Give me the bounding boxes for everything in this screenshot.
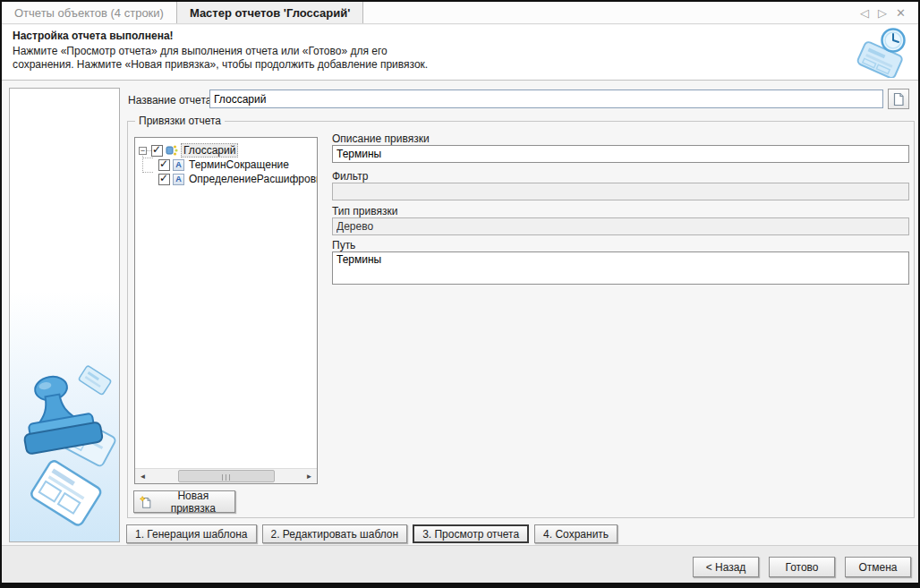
step-edit-template-button[interactable]: 2. Редактировать шаблон [262,524,408,543]
open-report-button[interactable] [888,89,909,109]
header-title: Настройка отчета выполнена! [13,30,918,42]
back-button[interactable]: < Назад [693,557,759,577]
step-save-button[interactable]: 4. Сохранить [534,524,618,543]
child-checkbox[interactable]: ✓ [158,174,170,185]
root-checkbox[interactable]: ✓ [151,145,163,157]
bindings-tree: − ✓ Глоссарий ✓ [134,137,318,484]
report-clock-icon [856,26,911,78]
scrollbar-thumb-grip [222,474,232,481]
check-icon: ✓ [159,172,168,184]
step-preview-report-button[interactable]: 3. Просмотр отчета [413,524,529,543]
tree-row-child[interactable]: ✓ A ОпределениеРасшифровк [158,172,318,186]
scroll-left-icon[interactable]: ◄ [135,469,150,483]
stamp-documents-illustration [10,348,119,538]
description-input[interactable] [332,145,909,163]
tab-scroll-left-icon[interactable]: ◁ [860,6,869,20]
report-name-input[interactable] [209,89,883,108]
new-document-icon [140,495,152,509]
tab-close-icon[interactable]: ✕ [896,6,906,20]
tree-row-root[interactable]: − ✓ Глоссарий [139,143,238,158]
new-binding-label: Новая привязка [158,490,229,515]
path-label: Путь [332,239,355,251]
tab-scroll-right-icon[interactable]: ▷ [878,6,887,20]
cancel-button[interactable]: Отмена [845,557,911,577]
collapse-expander-icon[interactable]: − [139,147,147,155]
header-instruction-line1: Нажмите «Просмотр отчета» для выполнения… [13,45,918,58]
tree-node-label[interactable]: ТерминСокращение [187,158,291,171]
tab-nav: ◁ ▷ ✕ [848,2,918,23]
wizard-sidebar [9,88,120,542]
tree-row-child[interactable]: ✓ A ТерминСокращение [158,158,291,172]
report-name-label: Название отчета: [128,94,215,107]
tree-node-label[interactable]: Глоссарий [181,143,238,158]
binding-hierarchy-icon [166,144,178,157]
tab-label: Мастер отчетов 'Глоссарий' [190,6,350,20]
description-label: Описание привязки [332,132,430,145]
attribute-icon: A [173,159,184,171]
wizard-header: Настройка отчета выполнена! Нажмите «Про… [2,25,918,81]
binding-type-input [332,217,909,235]
groupbox-title: Привязки отчета [135,115,225,127]
bindings-groupbox: Привязки отчета − ✓ [127,121,915,518]
tree-horizontal-scrollbar[interactable]: ◄ ► [135,468,317,483]
child-checkbox[interactable]: ✓ [158,159,170,171]
path-textarea[interactable]: Термины [332,251,909,285]
step-generate-template-button[interactable]: 1. Генерация шаблона [126,524,257,543]
filter-label: Фильтр [332,170,368,183]
filter-input [332,183,909,200]
scroll-right-icon[interactable]: ► [302,469,317,483]
tab-bar: Отчеты объектов (4 строки) Мастер отчето… [2,2,918,24]
tab-label: Отчеты объектов (4 строки) [14,6,164,20]
report-wizard-window: Отчеты объектов (4 строки) Мастер отчето… [0,0,920,588]
window-bottom-edge [2,583,918,586]
tree-connector [142,172,153,173]
tab-report-wizard[interactable]: Мастер отчетов 'Глоссарий' [176,2,363,23]
header-instruction-line2: сохранения. Нажмите «Новая привязка», чт… [13,58,918,72]
check-icon: ✓ [159,158,168,170]
scrollbar-thumb[interactable] [178,470,275,482]
tab-object-reports[interactable]: Отчеты объектов (4 строки) [2,2,176,23]
finish-button[interactable]: Готово [769,557,835,577]
new-binding-button[interactable]: Новая привязка [133,490,235,513]
footer-bar: < Назад Готово Отмена [2,545,918,583]
attribute-icon: A [173,174,184,185]
main-area: Название отчета: Привязки отчета − [2,81,918,545]
tree-connector [142,158,153,158]
wizard-steps-bar: 1. Генерация шаблона 2. Редактировать ша… [126,524,618,544]
binding-type-label: Тип привязки [332,205,397,217]
document-icon [891,92,906,107]
check-icon: ✓ [152,143,161,156]
tree-node-label[interactable]: ОпределениеРасшифровк [187,173,318,185]
